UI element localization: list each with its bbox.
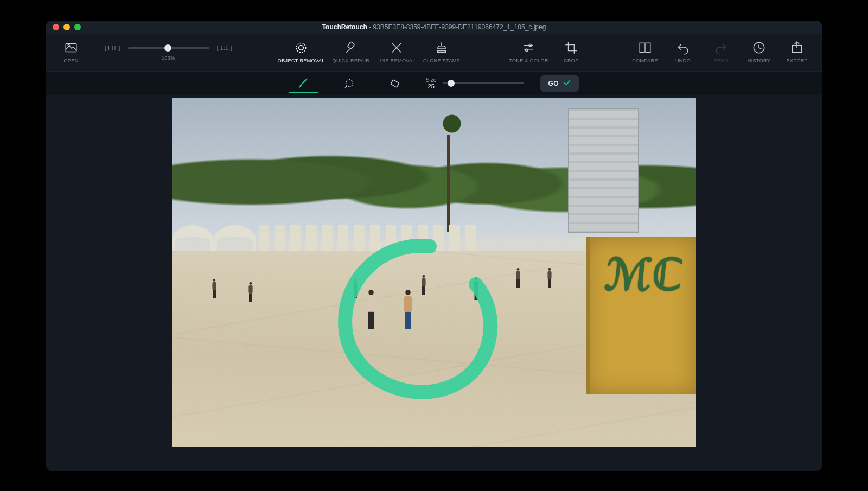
tone-color-button[interactable]: TONE & COLOR: [509, 41, 548, 63]
line-removal-button[interactable]: LINE REMOVAL: [377, 41, 416, 63]
open-icon: [64, 41, 78, 55]
svg-point-2: [297, 43, 306, 52]
zoom-fit-label: FIT: [108, 45, 117, 51]
right-tools-group: COMPARE UNDO REDO HISTORY: [630, 41, 812, 63]
history-button[interactable]: HISTORY: [744, 41, 774, 63]
quick-repair-icon: [344, 41, 358, 55]
redo-label: REDO: [713, 58, 729, 63]
go-label: GO: [548, 80, 559, 87]
crop-icon: [564, 41, 578, 55]
photo-person: [352, 279, 359, 298]
history-label: HISTORY: [748, 58, 770, 63]
undo-label: UNDO: [675, 58, 691, 63]
minimize-window-button[interactable]: [63, 24, 70, 30]
size-slider-thumb[interactable]: [448, 80, 455, 87]
photo-person: [515, 268, 521, 288]
photo-person-front: [365, 290, 378, 329]
undo-icon: [676, 41, 690, 55]
svg-rect-7: [640, 43, 644, 52]
photo-wall: ℳℂ: [586, 237, 696, 394]
photo-palm: [418, 98, 478, 230]
zoom-fit-button[interactable]: [ FIT ]: [103, 44, 123, 52]
compare-label: COMPARE: [632, 58, 658, 63]
size-label: Size: [426, 77, 436, 83]
clone-stamp-button[interactable]: CLONE STAMP: [423, 41, 460, 63]
titlebar: TouchRetouch - 93B5E3E8-8359-4BFE-9399-D…: [46, 21, 822, 34]
object-removal-label: OBJECT REMOVAL: [278, 58, 325, 63]
sliders-icon: [521, 41, 535, 55]
file-name: 93B5E3E8-8359-4BFE-9399-DE2119066472_1_1…: [373, 23, 546, 31]
app-title: TouchRetouch: [322, 23, 367, 31]
open-button[interactable]: OPEN: [56, 41, 86, 63]
adjust-group: TONE & COLOR CROP: [509, 41, 586, 63]
zoom-slider[interactable]: [128, 47, 209, 49]
compare-icon: [638, 41, 652, 55]
zoom-percentage: 108%: [162, 55, 175, 61]
svg-point-3: [299, 46, 304, 50]
brush-tool-button[interactable]: [289, 74, 318, 93]
size-slider[interactable]: [443, 82, 524, 84]
svg-point-11: [346, 79, 353, 86]
line-removal-icon: [390, 41, 404, 55]
main-tools-group: OBJECT REMOVAL QUICK REPAIR LINE REMOVAL…: [278, 41, 460, 63]
svg-rect-4: [347, 42, 354, 49]
crop-button[interactable]: CROP: [556, 41, 586, 63]
go-button[interactable]: GO: [540, 75, 579, 92]
open-label: OPEN: [63, 58, 78, 63]
tone-color-label: TONE & COLOR: [509, 58, 548, 63]
photo-person: [473, 277, 480, 300]
line-removal-label: LINE REMOVAL: [377, 58, 416, 63]
export-button[interactable]: EXPORT: [782, 41, 812, 63]
quick-repair-label: QUICK REPAIR: [333, 58, 370, 63]
size-value: 25: [428, 83, 435, 90]
fullscreen-window-button[interactable]: [74, 24, 81, 30]
sub-toolbar: Size 25 GO: [46, 72, 822, 95]
lasso-tool-button[interactable]: [335, 74, 364, 93]
undo-button[interactable]: UNDO: [668, 41, 698, 63]
quick-repair-button[interactable]: QUICK REPAIR: [333, 41, 370, 63]
clone-stamp-label: CLONE STAMP: [423, 58, 460, 63]
photo-person: [420, 275, 427, 295]
photo-person: [247, 282, 254, 302]
eraser-tool-button[interactable]: [380, 74, 410, 93]
zoom-slider-thumb[interactable]: [164, 44, 171, 52]
zoom-1to1-button[interactable]: [ 1:1 ]: [215, 44, 234, 52]
object-removal-icon: [294, 41, 308, 55]
svg-rect-12: [391, 79, 399, 87]
clone-stamp-icon: [435, 41, 449, 55]
photo-person: [211, 279, 218, 298]
crop-label: CROP: [564, 58, 579, 63]
top-toolbar: OPEN [ FIT ] [ 1:1 ] 108% OBJECT REMOVAL: [46, 34, 822, 72]
svg-rect-8: [646, 43, 650, 52]
zoom-1to1-label: 1:1: [220, 45, 228, 51]
image-canvas[interactable]: ℳℂ: [172, 98, 696, 447]
title-separator: -: [369, 23, 373, 31]
size-control: Size 25: [426, 77, 524, 90]
compare-button[interactable]: COMPARE: [630, 41, 660, 63]
photo-person-front: [401, 290, 414, 329]
photo-building: [568, 108, 639, 233]
window-title: TouchRetouch - 93B5E3E8-8359-4BFE-9399-D…: [46, 23, 822, 31]
history-icon: [752, 41, 766, 55]
canvas-area: ℳℂ: [46, 95, 822, 471]
check-icon: [563, 79, 571, 88]
export-icon: [790, 41, 804, 55]
photo-person: [546, 268, 553, 288]
svg-point-1: [68, 44, 69, 46]
object-removal-button[interactable]: OBJECT REMOVAL: [278, 41, 325, 63]
close-window-button[interactable]: [53, 24, 59, 30]
traffic-lights: [53, 24, 81, 30]
zoom-control: [ FIT ] [ 1:1 ] 108%: [103, 44, 234, 61]
app-window: TouchRetouch - 93B5E3E8-8359-4BFE-9399-D…: [46, 21, 822, 471]
export-label: EXPORT: [786, 58, 807, 63]
redo-icon: [714, 41, 728, 55]
redo-button: REDO: [706, 41, 736, 63]
